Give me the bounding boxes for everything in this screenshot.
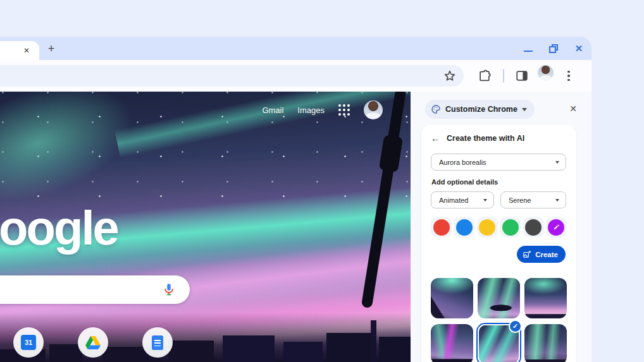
color-swatch-red[interactable] [431, 217, 452, 238]
google-apps-grid-icon[interactable] [338, 104, 350, 116]
style-select-value: Serene [509, 196, 531, 204]
create-button-label: Create [535, 251, 558, 258]
customize-chrome-menu[interactable]: Customize Chrome [425, 100, 535, 119]
theme-thumbnail-selected[interactable]: ✓ [478, 324, 520, 362]
new-tab-page: Gmail Images Google 31 [0, 92, 411, 362]
theme-select[interactable]: Aurora borealis [431, 154, 566, 171]
shortcut-row: 31 [13, 327, 190, 358]
voice-search-mic-icon[interactable] [162, 282, 176, 296]
minimize-icon [524, 51, 533, 52]
card-header: ← Create theme with AI [431, 133, 524, 143]
chevron-down-icon [555, 161, 559, 164]
customize-chrome-panel: Customize Chrome ✕ ← Create theme with A… [411, 92, 591, 362]
gmail-link[interactable]: Gmail [262, 106, 283, 115]
theme-thumbnail[interactable] [524, 324, 567, 362]
tab-close-icon[interactable]: ✕ [22, 45, 32, 56]
browser-toolbar [0, 60, 591, 92]
chevron-down-icon [483, 199, 487, 202]
close-window-button[interactable]: ✕ [574, 44, 584, 54]
back-arrow-icon[interactable]: ← [431, 133, 440, 143]
toolbar-divider [503, 69, 504, 83]
mood-select[interactable]: Animated [431, 191, 494, 208]
minimize-button[interactable] [523, 44, 533, 54]
restore-icon [549, 44, 558, 53]
blue-color-dot [456, 219, 473, 236]
color-swatch-yellow[interactable] [477, 217, 498, 238]
drive-icon [85, 336, 101, 349]
search-bar[interactable] [0, 275, 190, 304]
browser-window: ✕ + ✕ [0, 37, 591, 362]
theme-select-value: Aurora borealis [439, 159, 486, 166]
ai-image-icon [523, 250, 531, 259]
color-swatch-custom[interactable] [546, 217, 567, 238]
theme-thumbnail[interactable] [431, 278, 473, 318]
browser-menu-icon[interactable] [563, 66, 574, 85]
card-title: Create theme with AI [447, 134, 524, 143]
optional-details-label: Add optional details [431, 178, 498, 186]
theme-thumbnail[interactable] [524, 278, 567, 318]
new-tab-button[interactable]: + [43, 41, 59, 57]
theme-thumbnail[interactable] [431, 324, 473, 362]
restore-button[interactable] [548, 44, 559, 54]
drive-shortcut[interactable] [78, 327, 108, 358]
theme-thumbnail[interactable] [478, 278, 520, 318]
google-logo: Google [0, 200, 118, 255]
green-color-dot [502, 219, 519, 236]
tab-strip: ✕ + ✕ [0, 37, 591, 60]
docs-icon [152, 335, 163, 350]
panel-close-icon[interactable]: ✕ [567, 103, 579, 114]
eyedropper-icon [553, 224, 560, 231]
active-tab[interactable]: ✕ [0, 41, 39, 60]
page-top-links: Gmail Images [262, 100, 383, 119]
chevron-down-icon [555, 199, 559, 202]
theme-thumbnail-grid: ✓ [431, 278, 567, 362]
account-avatar[interactable] [364, 100, 383, 119]
address-bar[interactable] [0, 65, 464, 87]
extensions-puzzle-icon[interactable] [478, 69, 492, 83]
create-button[interactable]: Create [517, 246, 566, 263]
style-select[interactable]: Serene [500, 191, 566, 208]
color-swatch-gray[interactable] [523, 217, 544, 238]
bookmark-star-icon[interactable] [443, 69, 457, 83]
create-theme-card: ← Create theme with AI Aurora borealis A… [421, 124, 576, 362]
color-swatch-blue[interactable] [454, 217, 474, 238]
window-controls: ✕ [523, 37, 584, 60]
mood-select-value: Animated [439, 196, 468, 204]
docs-shortcut[interactable] [142, 327, 173, 358]
custom-color-dot [548, 219, 564, 236]
gray-color-dot [525, 219, 542, 236]
color-swatch-row [431, 217, 567, 238]
profile-avatar[interactable] [538, 65, 554, 81]
customize-chrome-label: Customize Chrome [445, 105, 517, 114]
calendar-shortcut[interactable]: 31 [13, 327, 44, 358]
red-color-dot [433, 219, 450, 236]
color-swatch-green[interactable] [500, 217, 521, 238]
calendar-icon: 31 [21, 335, 36, 350]
chevron-down-icon [522, 108, 527, 111]
yellow-color-dot [479, 219, 495, 236]
palette-icon [431, 104, 441, 114]
side-panel-icon[interactable] [515, 69, 529, 83]
images-link[interactable]: Images [297, 106, 325, 115]
selected-check-icon: ✓ [509, 320, 522, 333]
